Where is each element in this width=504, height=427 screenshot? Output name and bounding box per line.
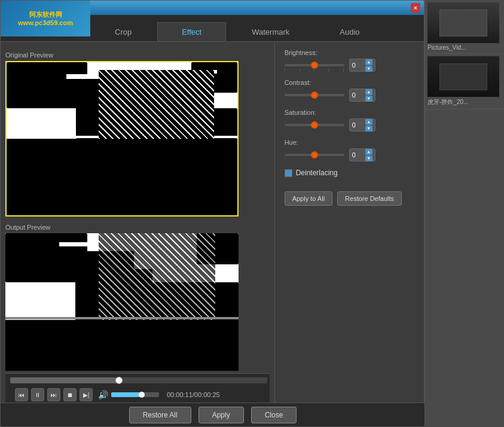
next-frame-button[interactable]: ▶|	[80, 388, 93, 401]
pause-button[interactable]: ⏸	[31, 388, 44, 401]
contrast-down[interactable]: ▼	[365, 96, 372, 102]
file-thumb-2[interactable]: 虎牙-胖炸_20...	[425, 54, 504, 109]
file-sidebar: Pictures_Vid... 虎牙-胖炸_20...	[424, 0, 504, 427]
brightness-up[interactable]: ▲	[365, 59, 372, 65]
effects-action-buttons: Apply to All Restore Defaults	[285, 191, 414, 206]
saturation-down[interactable]: ▼	[365, 126, 372, 132]
tab-audio[interactable]: Audio	[315, 22, 384, 41]
apply-button[interactable]: Apply	[198, 407, 244, 423]
watermark-logo: 阿东软件网www.pc3d59.com	[1, 1, 90, 36]
saturation-row: Saturation: 0 ▲ ▼	[285, 109, 414, 132]
brightness-slider[interactable]: | | | | |	[285, 61, 344, 69]
thumbnail-1	[427, 2, 499, 43]
seek-bar[interactable]	[10, 377, 267, 383]
restore-defaults-button[interactable]: Restore Defaults	[337, 191, 402, 206]
volume-bar[interactable]	[111, 392, 159, 397]
hue-slider[interactable]	[285, 151, 344, 159]
restore-all-button[interactable]: Restore All	[129, 407, 191, 423]
playback-bar: ⏮ ⏸ ⏭ ⏹ ▶| 🔊 00:00:11/00:00:25	[5, 373, 270, 404]
file-thumb-1[interactable]: Pictures_Vid...	[425, 0, 504, 54]
hue-spinner[interactable]: 0 ▲ ▼	[349, 148, 375, 161]
hue-up[interactable]: ▲	[365, 149, 372, 155]
brightness-row: Brightness: | | | | |	[285, 49, 414, 72]
contrast-label: Contrast:	[285, 79, 414, 86]
contrast-spinner[interactable]: 0 ▲ ▼	[349, 89, 375, 102]
saturation-label: Saturation:	[285, 109, 414, 116]
deinterlacing-label: Deinterlacing	[296, 169, 338, 177]
contrast-slider[interactable]	[285, 91, 344, 99]
file-thumb-1-label: Pictures_Vid...	[427, 44, 502, 51]
time-display: 00:00:11/00:00:25	[167, 391, 220, 398]
brightness-label: Brightness:	[285, 49, 414, 56]
hue-down[interactable]: ▼	[365, 155, 372, 161]
thumbnail-2	[427, 56, 499, 97]
original-preview-box	[5, 61, 239, 216]
hue-row: Hue: 0 ▲ ▼	[285, 139, 414, 161]
saturation-up[interactable]: ▲	[365, 119, 372, 125]
bottom-action-bar: Restore All Apply Close	[1, 402, 425, 426]
file-thumb-2-label: 虎牙-胖炸_20...	[427, 98, 502, 106]
saturation-slider[interactable]	[285, 121, 344, 129]
original-video-content	[7, 62, 237, 215]
output-preview-label: Output Preview	[5, 224, 270, 231]
preview-area: Original Preview	[1, 42, 275, 404]
volume-handle[interactable]	[139, 392, 145, 398]
saturation-spinner[interactable]: 0 ▲ ▼	[349, 118, 375, 132]
brightness-spinner[interactable]: 0 ▲ ▼	[349, 59, 375, 72]
tab-effect[interactable]: Effect	[157, 22, 226, 41]
output-video-content	[5, 233, 239, 371]
deinterlacing-row: Deinterlacing	[285, 169, 414, 177]
volume-icon[interactable]: 🔊	[98, 390, 108, 399]
hue-label: Hue:	[285, 139, 414, 146]
output-preview-box	[5, 233, 239, 371]
apply-to-all-button[interactable]: Apply to All	[285, 191, 332, 206]
effects-panel: Brightness: | | | | |	[275, 42, 424, 404]
seek-handle[interactable]	[115, 377, 123, 384]
skip-forward-button[interactable]: ⏭	[47, 388, 60, 401]
contrast-up[interactable]: ▲	[365, 89, 372, 95]
close-window-button[interactable]: ×	[411, 3, 420, 13]
watermark-text: 阿东软件网www.pc3d59.com	[18, 10, 73, 28]
tab-crop[interactable]: Crop	[90, 22, 156, 41]
close-button[interactable]: Close	[251, 407, 297, 423]
deinterlacing-checkbox[interactable]	[285, 169, 292, 177]
stop-button[interactable]: ⏹	[63, 388, 77, 401]
skip-back-button[interactable]: ⏮	[15, 388, 28, 401]
contrast-row: Contrast: 0 ▲ ▼	[285, 79, 414, 102]
brightness-down[interactable]: ▼	[365, 66, 372, 72]
tab-watermark[interactable]: Watermark	[227, 22, 314, 41]
original-preview-label: Original Preview	[5, 51, 270, 59]
